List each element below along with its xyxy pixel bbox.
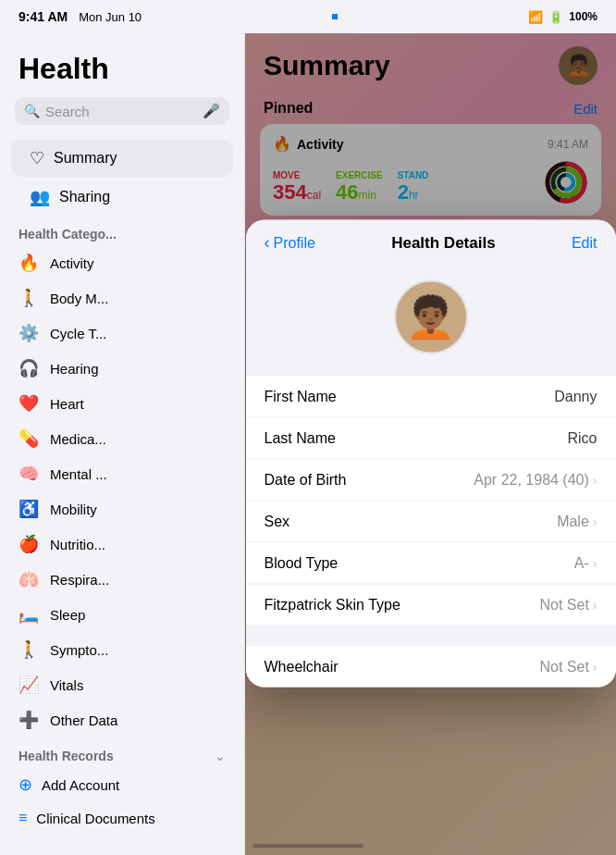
health-records-chevron[interactable]: ⌄ [215,749,226,763]
form-row-bloodtype[interactable]: Blood Type A- › [246,543,616,585]
wheelchair-label: Wheelchair [265,659,339,675]
health-records-title: Health Records [18,749,114,763]
otherdata-icon: ➕ [18,710,39,730]
nav-sharing-label: Sharing [59,189,110,205]
sidebar: Health 🔍 Search 🎤 ♡ Summary 👥 Sharing He… [0,33,245,855]
sidebar-item-vitals[interactable]: 📈 Vitals [0,667,244,702]
vitals-icon: 📈 [18,675,39,695]
addaccount-icon: ⊕ [18,774,32,795]
form-row-wheelchair[interactable]: Wheelchair Not Set › [246,647,616,688]
medical-label: Medica... [50,431,106,447]
form-row-skintype[interactable]: Fitzpatrick Skin Type Not Set › [246,585,616,626]
sidebar-item-cycle[interactable]: ⚙️ Cycle T... [0,316,244,351]
form-row-firstname[interactable]: First Name Danny [246,377,616,418]
nutrition-label: Nutritio... [50,537,105,552]
respiratory-label: Respira... [50,572,109,588]
bloodtype-chevron-icon: › [593,556,598,571]
sex-value: Male [557,514,589,530]
addaccount-label: Add Account [42,777,119,793]
sharing-icon: 👥 [30,187,50,207]
modal-back-button[interactable]: ‹ Profile [265,233,315,253]
battery-label: 100% [569,10,598,23]
cycle-icon: ⚙️ [18,323,39,343]
status-date: Mon Jun 10 [79,10,142,24]
sidebar-item-bodymass[interactable]: 🚶 Body M... [0,280,244,316]
modal-form: First Name Danny Last Name Rico Date of … [246,377,616,688]
status-icons: 📶 🔋 100% [528,10,598,24]
hearing-label: Hearing [50,361,99,377]
medical-icon: 💊 [18,428,39,449]
modal-avatar-section: 🧑🏾‍🦱 [246,262,616,377]
search-bar[interactable]: 🔍 Search 🎤 [15,97,229,125]
lastname-label: Last Name [265,430,336,447]
dob-label: Date of Birth [265,472,347,489]
activity-icon: 🔥 [18,253,39,273]
modal-title: Health Details [391,233,495,252]
dob-chevron-icon: › [593,473,598,488]
health-categories-header: Health Catego... [0,216,244,245]
sidebar-item-mobility[interactable]: ♿ Mobility [0,491,244,527]
form-row-sex[interactable]: Sex Male › [246,502,616,543]
sidebar-item-sleep[interactable]: 🛏️ Sleep [0,597,244,632]
status-time: 9:41 AM [18,9,68,24]
status-bar: 9:41 AM Mon Jun 10 📶 🔋 100% [0,0,616,33]
sidebar-item-respiratory[interactable]: 🫁 Respira... [0,562,244,597]
symptoms-label: Sympto... [50,642,108,658]
form-gap [246,626,616,647]
sidebar-item-sharing[interactable]: 👥 Sharing [11,179,233,216]
otherdata-label: Other Data [50,712,117,728]
sex-value-row: Male › [557,514,597,530]
bodymass-label: Body M... [50,291,108,306]
symptoms-icon: 🚶 [18,639,39,660]
mobility-label: Mobility [50,502,97,517]
sidebar-item-addaccount[interactable]: ⊕ Add Account [0,767,244,802]
sidebar-item-otherdata[interactable]: ➕ Other Data [0,702,244,737]
back-label: Profile [274,234,315,251]
wheelchair-chevron-icon: › [593,660,598,675]
nav-summary-label: Summary [54,150,117,167]
bodymass-icon: 🚶 [18,288,39,308]
form-row-dob[interactable]: Date of Birth Apr 22, 1984 (40) › [246,460,616,502]
form-row-lastname[interactable]: Last Name Rico [246,418,616,460]
home-indicator [253,844,363,848]
sleep-label: Sleep [50,607,85,623]
sidebar-item-nutrition[interactable]: 🍎 Nutritio... [0,527,244,562]
health-details-modal: ‹ Profile Health Details Edit 🧑🏾‍🦱 First… [246,220,616,688]
wifi-icon: 📶 [528,10,543,24]
sidebar-title: Health [0,48,244,97]
heart-icon: ♡ [30,148,44,168]
mental-icon: 🧠 [18,464,39,484]
modal-nav: ‹ Profile Health Details Edit [246,220,616,262]
skintype-chevron-icon: › [593,598,598,613]
main-content: Summary 🧑🏾‍🦱 Pinned Edit 🔥 Activity 9:41… [245,33,616,855]
search-placeholder: Search [45,104,197,119]
vitals-label: Vitals [50,677,83,693]
modal-avatar: 🧑🏾‍🦱 [394,280,468,354]
respiratory-icon: 🫁 [18,569,39,589]
wheelchair-value: Not Set [539,659,588,675]
firstname-label: First Name [265,389,337,405]
search-icon: 🔍 [24,104,40,118]
skintype-value: Not Set [539,597,588,613]
sidebar-item-symptoms[interactable]: 🚶 Sympto... [0,632,244,667]
clinical-label: Clinical Documents [36,811,154,826]
heart-label: Heart [50,396,84,412]
nutrition-icon: 🍎 [18,534,39,554]
bloodtype-label: Blood Type [265,555,339,572]
sidebar-item-summary[interactable]: ♡ Summary [11,140,233,177]
bloodtype-value-row: A- › [574,555,598,572]
sidebar-item-mental[interactable]: 🧠 Mental ... [0,456,244,491]
activity-label: Activity [50,255,94,271]
mic-icon: 🎤 [203,103,220,119]
sidebar-item-hearing[interactable]: 🎧 Hearing [0,351,244,386]
sidebar-item-heart[interactable]: ❤️ Heart [0,386,244,421]
hearing-icon: 🎧 [18,358,39,378]
sidebar-item-medical[interactable]: 💊 Medica... [0,421,244,456]
dob-value-row: Apr 22, 1984 (40) › [474,472,597,489]
sidebar-item-activity[interactable]: 🔥 Activity [0,245,244,280]
mental-label: Mental ... [50,466,107,482]
modal-edit-button[interactable]: Edit [572,234,598,251]
skintype-value-row: Not Set › [539,597,597,613]
sidebar-item-clinical[interactable]: ≡ Clinical Documents [0,802,244,834]
skintype-label: Fitzpatrick Skin Type [265,597,400,613]
